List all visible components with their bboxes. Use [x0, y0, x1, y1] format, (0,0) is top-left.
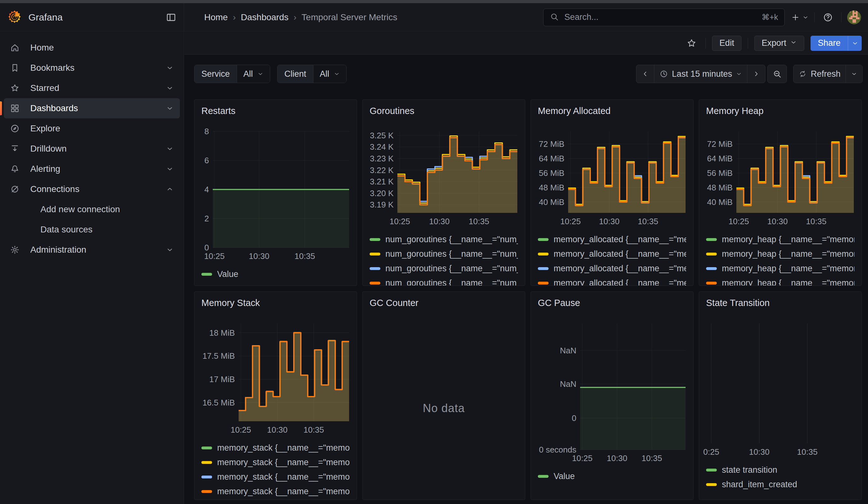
chart-plot[interactable] [580, 323, 685, 450]
legend-dash [706, 238, 717, 241]
panel-title[interactable]: State Transition [706, 297, 855, 309]
legend-item[interactable]: memory_stack {__name__="memory_s [202, 486, 350, 497]
legend-item[interactable]: memory_stack {__name__="memory_s [202, 457, 350, 468]
export-button[interactable]: Export [754, 36, 804, 51]
legend-item[interactable]: memory_allocated {__name__="memo [538, 277, 686, 286]
legend-dash [202, 446, 212, 449]
y-axis-label: 17 MiB [202, 375, 235, 384]
sidebar-item-drilldown[interactable]: Drilldown [4, 138, 180, 159]
chart: 3.25 K3.24 K3.23 K3.22 K3.21 K3.20 K3.19… [370, 131, 518, 227]
sidebar-item-data-sources[interactable]: Data sources [4, 219, 180, 240]
sidebar-item-label: Data sources [40, 225, 92, 235]
legend-label: memory_heap {__name__="memory_h [722, 249, 855, 259]
main-area: Edit Export Share Service All [184, 32, 868, 504]
window-title-strip [0, 0, 868, 3]
star-dashboard-button[interactable] [684, 36, 699, 51]
chart-plot[interactable] [736, 131, 854, 213]
y-axis-label: 64 MiB [706, 154, 733, 163]
legend-item[interactable]: num_goroutines {__name__="num_go [370, 234, 518, 245]
panel-title[interactable]: GC Counter [370, 297, 518, 309]
legend-item[interactable]: num_goroutines {__name__="num_go [370, 263, 518, 274]
legend-item[interactable]: memory_stack {__name__="memory_s [202, 471, 350, 483]
panel-title[interactable]: GC Pause [538, 297, 686, 309]
dashboard-toolbar: Edit Export Share [184, 32, 868, 55]
edit-button[interactable]: Edit [712, 36, 742, 51]
panel-title[interactable]: Memory Stack [202, 297, 350, 309]
refresh-interval-chevron[interactable] [846, 65, 862, 83]
chevron-down-icon [166, 145, 174, 153]
legend-label: memory_stack {__name__="memory_s [217, 472, 350, 482]
breadcrumb-item-dashboards[interactable]: Dashboards [241, 12, 289, 22]
time-shift-forward-button[interactable] [747, 65, 765, 83]
zoom-out-button[interactable] [768, 65, 787, 83]
sidebar-toggle-button[interactable] [166, 12, 176, 22]
chart-plot[interactable] [706, 323, 854, 443]
search-input[interactable] [564, 12, 757, 22]
sidebar-item-label: Starred [30, 83, 59, 93]
time-shift-back-button[interactable] [636, 65, 654, 83]
header-divider [814, 12, 815, 22]
sidebar-item-dashboards[interactable]: Dashboards [4, 98, 180, 119]
sidebar-item-explore[interactable]: Explore [4, 119, 180, 138]
breadcrumb-item-home[interactable]: Home [204, 12, 228, 22]
legend-item[interactable]: state transition [706, 464, 855, 475]
new-button[interactable] [791, 13, 809, 22]
sidebar-item-bookmarks[interactable]: Bookmarks [4, 58, 180, 78]
sidebar-item-starred[interactable]: Starred [4, 78, 180, 98]
legend-item[interactable]: memory_heap {__name__="memory_h [706, 234, 855, 245]
panel-gc-counter: GC CounterNo data [362, 291, 525, 500]
legend-item[interactable]: Value [202, 268, 350, 280]
user-avatar[interactable] [847, 10, 861, 24]
filter-client-value[interactable]: All [313, 65, 346, 83]
filter-service-value[interactable]: All [237, 65, 270, 83]
legend-item[interactable]: memory_allocated {__name__="memo [538, 248, 686, 260]
search-shortcut: ⌘+k [762, 13, 778, 22]
help-button[interactable] [820, 10, 836, 25]
legend-item[interactable]: num_goroutines {__name__="num_go [370, 277, 518, 286]
chart-plot[interactable] [397, 131, 517, 213]
panel-title[interactable]: Memory Allocated [538, 105, 686, 117]
time-range-button[interactable]: Last 15 minutes [654, 65, 747, 83]
clock-icon [659, 70, 668, 78]
legend-item[interactable]: Value [538, 471, 686, 482]
filter-service-label: Service [194, 65, 237, 83]
legend: Value [202, 268, 350, 280]
sidebar-item-add-new-connection[interactable]: Add new connection [4, 199, 180, 219]
bookmark-icon [10, 63, 21, 73]
x-axis-label: 10:35 [638, 217, 658, 226]
legend-item[interactable]: memory_allocated {__name__="memo [538, 234, 686, 245]
x-axis-label: 10:30 [607, 453, 627, 463]
legend: state transitionshard_item_created [706, 464, 855, 490]
chart-plot[interactable] [568, 131, 685, 213]
legend-item[interactable]: num_goroutines {__name__="num_go [370, 248, 518, 260]
legend-item[interactable]: memory_heap {__name__="memory_h [706, 277, 855, 286]
chart-plot[interactable] [239, 323, 349, 421]
search-box[interactable]: ⌘+k [543, 9, 785, 26]
filter-bar: Service All Client All [194, 65, 868, 83]
refresh-button[interactable]: Refresh [794, 65, 846, 83]
sidebar-item-alerting[interactable]: Alerting [4, 159, 180, 179]
legend-item[interactable]: memory_allocated {__name__="memo [538, 263, 686, 274]
y-axis-label: 64 MiB [538, 154, 564, 163]
sidebar-item-home[interactable]: Home [4, 38, 180, 58]
chart-plot[interactable] [213, 131, 349, 248]
legend-item[interactable]: memory_stack {__name__="memory_s [202, 442, 350, 453]
legend-dash [370, 282, 380, 285]
legend-dash [202, 273, 212, 276]
x-axis-label: 10:25 [390, 217, 410, 226]
legend: memory_stack {__name__="memory_smemory_s… [202, 442, 350, 497]
sidebar-item-administration[interactable]: Administration [4, 240, 180, 260]
share-chevron-button[interactable] [848, 36, 862, 51]
legend-item[interactable]: memory_heap {__name__="memory_h [706, 263, 855, 274]
share-button[interactable]: Share [810, 36, 848, 51]
grafana-app: Grafana Home › Dashboards › Temporal Ser… [0, 0, 868, 504]
sidebar-item-connections[interactable]: Connections [4, 179, 180, 199]
legend: memory_allocated {__name__="memomemory_a… [538, 234, 686, 286]
legend-item[interactable]: shard_item_created [706, 479, 855, 490]
panel-title[interactable]: Memory Heap [706, 105, 855, 117]
panel-title[interactable]: Goroutines [370, 105, 518, 117]
header-actions [791, 10, 861, 25]
panel-title[interactable]: Restarts [202, 105, 350, 117]
x-axis-label: 10:30 [249, 251, 269, 261]
legend-item[interactable]: memory_heap {__name__="memory_h [706, 248, 855, 260]
